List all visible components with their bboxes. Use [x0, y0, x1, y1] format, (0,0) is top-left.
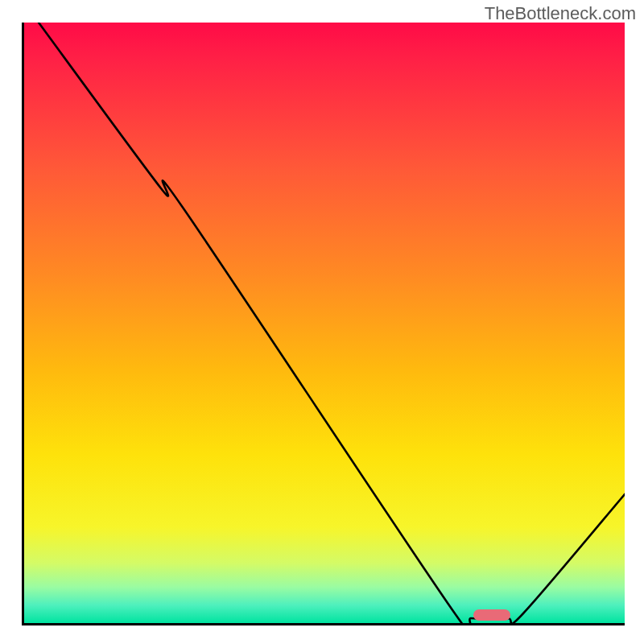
watermark-text: TheBottleneck.com	[485, 3, 636, 24]
chart-plot-area	[22, 23, 625, 625]
chart-curve	[24, 23, 625, 623]
chart-marker	[473, 609, 510, 621]
